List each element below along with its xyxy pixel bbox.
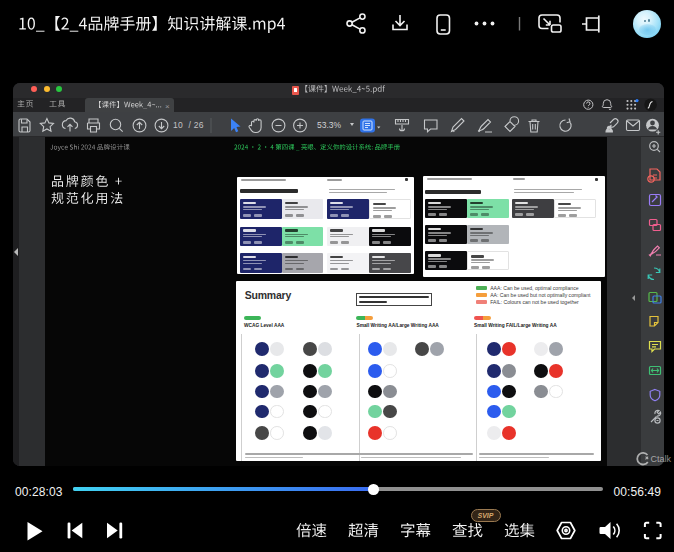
svg-text:Ctalk: Ctalk bbox=[651, 454, 672, 464]
